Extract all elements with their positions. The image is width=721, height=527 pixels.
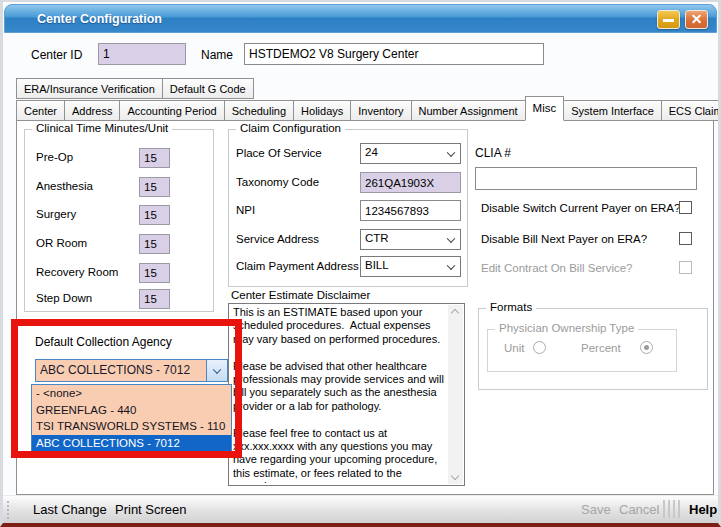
chevron-down-icon (213, 365, 221, 373)
disable-switch-current-payer-checkbox[interactable] (679, 201, 692, 214)
disable-bill-next-payer-checkbox[interactable] (679, 232, 692, 245)
center-name-field[interactable] (244, 43, 544, 65)
center-estimate-disclaimer-label: Center Estimate Disclaimer (231, 289, 370, 301)
default-collection-agency-label: Default Collection Agency (35, 335, 172, 349)
save-button: Save (581, 502, 611, 517)
minimize-button[interactable] (657, 10, 680, 29)
status-bar: Last Change Print Screen Save Cancel Hel… (3, 495, 718, 523)
combobox-selected-value: ABC COLLECTIONS - 7012 (40, 363, 190, 377)
tab-holidays[interactable]: Holidays (293, 100, 351, 121)
tab-center[interactable]: Center (16, 100, 65, 121)
help-button[interactable]: Help (689, 502, 717, 517)
dropdown-option-greenflag[interactable]: GREENFLAG - 440 (32, 402, 231, 419)
disable-switch-current-payer-label: Disable Switch Current Payer on ERA? (481, 202, 680, 214)
dropdown-option-tsi-transworld[interactable]: TSI TRANSWORLD SYSTEMS - 110 (32, 418, 231, 435)
close-button[interactable]: ✕ (685, 10, 708, 29)
claim-configuration-groupbox: Claim Configuration (228, 129, 468, 287)
last-change-button[interactable]: Last Change (33, 502, 107, 517)
tab-system-interface[interactable]: System Interface (563, 100, 662, 121)
tab-number-assignment[interactable]: Number Assignment (411, 100, 526, 121)
dropdown-option-none[interactable]: - <none> (32, 385, 231, 402)
default-collection-agency-combobox[interactable]: ABC COLLECTIONS - 7012 (35, 359, 228, 382)
scroll-down-icon[interactable] (451, 472, 459, 480)
toolbar-grip-icon (7, 501, 9, 519)
clia-label: CLIA # (475, 146, 511, 160)
clinical-time-title: Clinical Time Minutes/Unit (32, 122, 172, 134)
tab-misc[interactable]: Misc (525, 96, 565, 121)
tab-inventory[interactable]: Inventory (350, 100, 411, 121)
print-screen-button[interactable]: Print Screen (115, 502, 187, 517)
scroll-up-icon[interactable] (451, 309, 459, 317)
tab-ecs-claim[interactable]: ECS Claim (661, 100, 721, 121)
physician-ownership-type-title: Physician Ownership Type (495, 322, 638, 334)
center-estimate-disclaimer-textarea[interactable]: This is an ESTIMATE based upon your sche… (228, 303, 465, 486)
claim-configuration-title: Claim Configuration (236, 122, 345, 134)
collection-agency-dropdown-list: - <none> GREENFLAG - 440 TSI TRANSWORLD … (31, 384, 232, 452)
title-bar: Center Configuration ✕ (4, 4, 717, 33)
clia-field[interactable] (475, 167, 697, 190)
tab-scheduling[interactable]: Scheduling (224, 100, 294, 121)
minimize-icon (663, 19, 674, 22)
center-id-field[interactable] (98, 43, 186, 65)
combobox-drop-button[interactable] (206, 360, 227, 381)
formats-title: Formats (486, 301, 536, 313)
center-configuration-dialog: Center Configuration ✕ Center ID Name ER… (0, 0, 721, 527)
disclaimer-text: This is an ESTIMATE based upon your sche… (233, 306, 446, 483)
disclaimer-scrollbar[interactable] (448, 305, 463, 484)
tab-row-primary: Center Address Accounting Period Schedul… (16, 96, 721, 121)
cancel-button: Cancel (619, 502, 659, 517)
center-id-label: Center ID (31, 48, 82, 62)
physician-ownership-type-groupbox: Physician Ownership Type (487, 329, 677, 372)
tab-accounting-period[interactable]: Accounting Period (119, 100, 224, 121)
disable-bill-next-payer-label: Disable Bill Next Payer on ERA? (481, 233, 647, 245)
name-label: Name (201, 48, 233, 62)
close-icon: ✕ (691, 11, 703, 27)
tab-address[interactable]: Address (64, 100, 120, 121)
toolbar-separator-grip-icon (663, 500, 680, 518)
window-title: Center Configuration (37, 12, 162, 26)
clinical-time-groupbox: Clinical Time Minutes/Unit (24, 129, 214, 312)
dropdown-option-abc-collections[interactable]: ABC COLLECTIONS - 7012 (32, 435, 231, 452)
edit-contract-on-bill-service-label: Edit Contract On Bill Service? (481, 262, 632, 274)
edit-contract-on-bill-service-checkbox (679, 261, 692, 274)
